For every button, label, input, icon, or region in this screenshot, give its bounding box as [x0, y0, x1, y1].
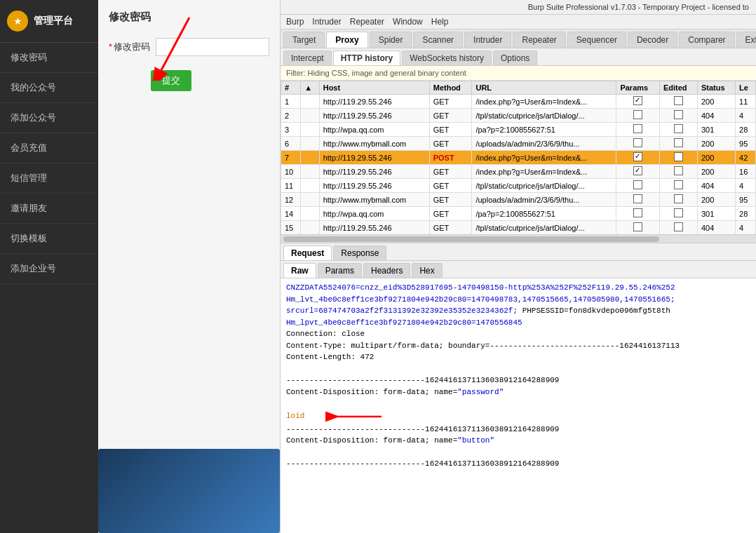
cell-edited [659, 123, 697, 137]
col-edited[interactable]: Edited [659, 81, 697, 95]
tab-intruder[interactable]: Intruder [464, 32, 511, 48]
red-arrow-indicator [147, 11, 203, 81]
col-params[interactable]: Params [616, 81, 660, 95]
sidebar-item-sms-manage[interactable]: 短信管理 [0, 163, 98, 194]
cell-sort [301, 123, 320, 137]
sidebar-item-invite-friends[interactable]: 邀请朋友 [0, 194, 98, 224]
req-line-6: Content-Type: multipart/form-data; bound… [286, 340, 750, 352]
tab-sequencer[interactable]: Sequencer [567, 32, 626, 48]
menu-burp[interactable]: Burp [286, 17, 304, 27]
tab-request[interactable]: Request [283, 245, 332, 260]
table-row[interactable]: 2 http://119.29.55.246 GET /tpl/static/c… [281, 109, 756, 123]
tab-extender[interactable]: Extender [736, 32, 756, 48]
burp-titlebar: Burp Suite Professional v1.7.03 - Tempor… [281, 0, 756, 15]
bottom-subtabs: Raw Params Headers Hex [281, 261, 756, 278]
subtab-raw[interactable]: Raw [283, 263, 316, 278]
menu-intruder[interactable]: Intruder [312, 17, 341, 27]
cell-method: GET [429, 95, 472, 109]
tab-target[interactable]: Target [283, 32, 325, 48]
table-row[interactable]: 3 http://wpa.qq.com GET /pa?p=2:10085562… [281, 123, 756, 137]
table-row[interactable]: 12 http://www.mybmall.com GET /uploads/a… [281, 193, 756, 207]
table-row[interactable]: 11 http://119.29.55.246 GET /tpl/static/… [281, 179, 756, 193]
logo-text: 管理平台 [34, 15, 73, 27]
col-num[interactable]: # [281, 81, 301, 95]
sidebar-item-add-enterprise[interactable]: 添加企业号 [0, 254, 98, 284]
req-line-13: ------------------------------1624416137… [286, 424, 750, 436]
cell-host: http://wpa.qq.com [319, 207, 429, 221]
tab-decoder[interactable]: Decoder [628, 32, 677, 48]
cell-method: GET [429, 221, 472, 235]
cell-url: /pa?p=2:100855627:51 [472, 207, 616, 221]
subtab-websockets[interactable]: WebSockets history [402, 50, 492, 65]
tab-scanner[interactable]: Scanner [413, 32, 463, 48]
sidebar-item-my-account[interactable]: 我的公众号 [0, 73, 98, 103]
cell-edited [659, 151, 697, 165]
menu-window[interactable]: Window [393, 17, 423, 27]
req-line-3: srcurl=687474703a2f2f3131392e32392e35352… [286, 305, 750, 317]
cell-host: http://119.29.55.246 [319, 165, 429, 179]
cell-url: /uploads/a/admin/2/3/6/9/thu... [472, 137, 616, 151]
cell-edited [659, 179, 697, 193]
horizontal-scrollbar[interactable] [281, 235, 756, 243]
cell-edited [659, 95, 697, 109]
cell-host: http://119.29.55.246 [319, 151, 429, 165]
cell-host: http://119.29.55.246 [319, 221, 429, 235]
subtab-intercept[interactable]: Intercept [283, 50, 332, 65]
tab-repeater[interactable]: Repeater [513, 32, 565, 48]
col-host[interactable]: Host [319, 81, 429, 95]
cell-host: http://wpa.qq.com [319, 123, 429, 137]
tab-comparer[interactable]: Comparer [679, 32, 734, 48]
col-status[interactable]: Status [697, 81, 735, 95]
cell-edited [659, 137, 697, 151]
menu-help[interactable]: Help [431, 17, 449, 27]
sidebar-item-switch-template[interactable]: 切换模板 [0, 224, 98, 254]
subtab-hex[interactable]: Hex [412, 263, 442, 278]
cell-num: 12 [281, 193, 301, 207]
req-line-1: CNZZDATA5524076=cnzz_eid%3D528917695-147… [286, 282, 750, 294]
cell-params [616, 151, 660, 165]
menu-repeater[interactable]: Repeater [350, 17, 384, 27]
burp-sub-tabs: Intercept HTTP history WebSockets histor… [281, 48, 756, 66]
cell-num: 10 [281, 165, 301, 179]
sidebar-item-add-account[interactable]: 添加公众号 [0, 103, 98, 133]
cell-length: 4 [736, 179, 756, 193]
table-row[interactable]: 10 http://119.29.55.246 GET /index.php?g… [281, 165, 756, 179]
cell-sort [301, 193, 320, 207]
cell-status: 200 [697, 137, 735, 151]
col-sort[interactable]: ▲ [301, 81, 320, 95]
cell-params [616, 123, 660, 137]
cell-status: 200 [697, 193, 735, 207]
history-table-container[interactable]: # ▲ Host Method URL Params Edited Status… [281, 81, 756, 235]
col-url[interactable]: URL [472, 81, 616, 95]
req-line-12: loid [286, 410, 750, 424]
cell-params [616, 137, 660, 151]
cell-host: http://www.mybmall.com [319, 137, 429, 151]
subtab-params[interactable]: Params [318, 263, 362, 278]
cell-method: POST [429, 151, 472, 165]
tab-proxy[interactable]: Proxy [326, 32, 367, 48]
subtab-http-history[interactable]: HTTP history [333, 50, 400, 65]
col-length[interactable]: Le [736, 81, 756, 95]
cell-method: GET [429, 165, 472, 179]
sidebar-item-member-recharge[interactable]: 会员充值 [0, 133, 98, 163]
table-row[interactable]: 14 http://wpa.qq.com GET /pa?p=2:1008556… [281, 207, 756, 221]
burp-menubar: Burp Intruder Repeater Window Help [281, 15, 756, 29]
table-row[interactable]: 7 http://119.29.55.246 POST /index.php?g… [281, 151, 756, 165]
table-row[interactable]: 15 http://119.29.55.246 GET /tpl/static/… [281, 221, 756, 235]
cell-params [616, 193, 660, 207]
table-row[interactable]: 1 http://119.29.55.246 GET /index.php?g=… [281, 95, 756, 109]
subtab-options[interactable]: Options [493, 50, 537, 65]
table-row[interactable]: 6 http://www.mybmall.com GET /uploads/a/… [281, 137, 756, 151]
cell-method: GET [429, 109, 472, 123]
filter-bar[interactable]: Filter: Hiding CSS, image and general bi… [281, 66, 756, 81]
subtab-headers[interactable]: Headers [363, 263, 410, 278]
cell-num: 11 [281, 179, 301, 193]
tab-response[interactable]: Response [333, 245, 386, 260]
sidebar-item-change-password[interactable]: 修改密码 [0, 43, 98, 73]
tab-spider[interactable]: Spider [370, 32, 412, 48]
req-line-5: Connection: close [286, 328, 750, 340]
req-line-8 [286, 363, 750, 375]
cell-params [616, 221, 660, 235]
col-method[interactable]: Method [429, 81, 472, 95]
cell-num: 3 [281, 123, 301, 137]
